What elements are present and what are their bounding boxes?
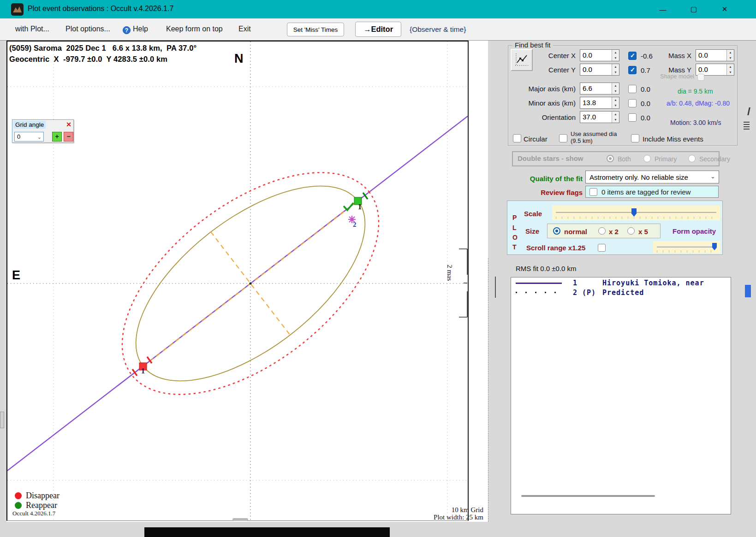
size-normal-label: normal bbox=[564, 228, 587, 236]
double-stars-both-radio[interactable] bbox=[607, 155, 614, 162]
observation-row-num[interactable]: 2 (P) bbox=[573, 289, 596, 297]
reappear-dot-icon bbox=[15, 502, 22, 509]
include-miss-checkbox[interactable] bbox=[631, 134, 639, 142]
plot-controls-box: P L O T Scale Size normal x 2 x 5 Form o… bbox=[507, 201, 723, 255]
legend-reappear: Reappear bbox=[15, 501, 57, 510]
size-x5-label: x 5 bbox=[638, 228, 648, 236]
help-icon: ? bbox=[123, 26, 131, 34]
minor-axis-input[interactable]: 13.8▲▼ bbox=[580, 97, 619, 109]
grid-angle-select[interactable]: 0⌄ bbox=[14, 132, 44, 142]
double-stars-primary-label: Primary bbox=[655, 155, 677, 163]
menubar: with Plot... Plot options... ?Help Keep … bbox=[0, 18, 756, 41]
mass-x-label: Mass X bbox=[662, 52, 691, 59]
orientation-input[interactable]: 37.0▲▼ bbox=[580, 111, 619, 123]
north-label: N bbox=[234, 52, 244, 66]
circular-checkbox[interactable] bbox=[513, 134, 521, 142]
window-edge-artifact bbox=[0, 412, 4, 428]
motion-label: Motion: 3.00 km/s bbox=[670, 119, 721, 126]
observations-listbox[interactable]: 1 Hiroyuki Tomioka, near 2 (P) Predicted bbox=[511, 277, 731, 514]
center-y-label: Center Y bbox=[524, 66, 576, 74]
window-title: Plot event observations : Occult v.4.202… bbox=[28, 5, 173, 13]
center-y-spinner[interactable]: ▲▼ bbox=[612, 64, 619, 75]
chord1-reappear-number: 1 bbox=[358, 203, 362, 211]
orientation-checkbox[interactable] bbox=[628, 113, 637, 122]
observation-row-name[interactable]: Predicted bbox=[602, 289, 644, 297]
diameter-label: dia = 9.5 km bbox=[678, 88, 713, 95]
splitter-dashed-line[interactable] bbox=[488, 258, 488, 522]
mass-x-spinner[interactable]: ▲▼ bbox=[726, 50, 734, 61]
legend-disappear: Disappear bbox=[15, 491, 60, 501]
plot-letter-l: L bbox=[512, 224, 517, 231]
center-x-input[interactable]: 0.0▲▼ bbox=[580, 49, 619, 61]
menu-keep-on-top[interactable]: Keep form on top bbox=[166, 25, 223, 33]
quality-select[interactable]: Astrometry only. No reliable size ⌄ bbox=[585, 171, 719, 183]
scale-slider[interactable] bbox=[552, 206, 720, 220]
center-y-checkbox[interactable] bbox=[628, 66, 637, 74]
use-assumed-checkbox[interactable] bbox=[559, 134, 567, 142]
titlebar: Plot event observations : Occult v.4.202… bbox=[0, 0, 756, 18]
center-x-label: Center X bbox=[524, 52, 576, 59]
observation-row-name[interactable]: Hiroyuki Tomioka, near bbox=[602, 279, 704, 287]
grid-angle-minus-button[interactable]: − bbox=[64, 132, 73, 142]
maximize-button[interactable]: ▢ bbox=[683, 0, 704, 18]
center-y-input[interactable]: 0.0▲▼ bbox=[580, 64, 619, 76]
include-miss-label: Include Miss events bbox=[643, 135, 703, 143]
grid-angle-title: Grid angle bbox=[13, 121, 46, 129]
double-stars-primary-radio[interactable] bbox=[643, 155, 651, 162]
opacity-slider-thumb[interactable] bbox=[712, 243, 717, 250]
shape-model-checkbox[interactable] bbox=[697, 74, 704, 81]
observation-row-num[interactable]: 1 bbox=[573, 279, 577, 287]
listbox-hscrollbar-thumb[interactable] bbox=[521, 495, 655, 497]
set-miss-times-button[interactable]: Set 'Miss' Times bbox=[287, 23, 344, 36]
minor-axis-spinner[interactable]: ▲▼ bbox=[612, 97, 619, 108]
size-label: Size bbox=[525, 227, 539, 235]
splitter-handle[interactable] bbox=[495, 277, 496, 298]
scale-bar-label: 2 mas bbox=[446, 265, 453, 302]
size-x5-radio[interactable] bbox=[627, 227, 635, 235]
close-button[interactable]: ✕ bbox=[714, 0, 735, 18]
center-x-spinner[interactable]: ▲▼ bbox=[612, 50, 619, 61]
grid-angle-close-icon[interactable]: ✕ bbox=[66, 121, 71, 128]
grid-angle-plus-button[interactable]: + bbox=[52, 132, 62, 142]
review-flags-field: 0 items are tagged for review bbox=[585, 186, 719, 198]
center-x-checkbox[interactable] bbox=[628, 52, 637, 60]
review-flags-checkbox[interactable] bbox=[589, 188, 597, 196]
size-x2-radio[interactable] bbox=[598, 227, 606, 235]
form-opacity-label: Form opacity bbox=[673, 227, 716, 235]
chevron-down-icon: ⌄ bbox=[37, 133, 42, 142]
menu-help[interactable]: ?Help bbox=[123, 25, 148, 34]
menu-plot-options[interactable]: Plot options... bbox=[65, 25, 110, 33]
orientation-uncertainty: 0.0 bbox=[641, 114, 650, 122]
editor-button[interactable]: →Editor bbox=[355, 22, 401, 37]
scroll-range-checkbox[interactable] bbox=[598, 244, 606, 252]
double-stars-secondary-radio[interactable] bbox=[688, 155, 696, 162]
mass-y-label: Mass Y bbox=[662, 66, 691, 74]
opacity-slider[interactable] bbox=[653, 241, 720, 253]
scale-label: Scale bbox=[524, 210, 542, 218]
window-edge-artifact bbox=[745, 285, 751, 297]
minor-axis-checkbox[interactable] bbox=[628, 99, 637, 107]
plot-hscrollbar-thumb[interactable] bbox=[232, 518, 248, 521]
plot-canvas bbox=[6, 41, 488, 522]
east-label: E bbox=[12, 268, 20, 283]
use-assumed-label: Use assumed dia (9.5 km) bbox=[571, 131, 619, 145]
quality-value: Astrometry only. No reliable size bbox=[589, 173, 688, 181]
background-window-bar bbox=[144, 527, 390, 537]
size-normal-radio[interactable] bbox=[553, 227, 560, 235]
app-window: Plot event observations : Occult v.4.202… bbox=[0, 0, 756, 537]
orientation-spinner[interactable]: ▲▼ bbox=[612, 112, 619, 123]
major-axis-input[interactable]: 6.6▲▼ bbox=[580, 83, 619, 94]
mass-y-spinner[interactable]: ▲▼ bbox=[726, 64, 734, 75]
chord2-dotted-swatch bbox=[516, 292, 557, 293]
double-stars-secondary-label: Secondary bbox=[699, 155, 730, 163]
mass-x-input[interactable]: 0.0▲▼ bbox=[696, 49, 734, 61]
scale-slider-thumb[interactable] bbox=[631, 208, 637, 217]
double-stars-title: Double stars - show bbox=[518, 154, 583, 162]
menu-exit[interactable]: Exit bbox=[238, 25, 251, 33]
plot-area[interactable]: (5059) Saroma 2025 Dec 1 6.6 x 13.8 km, … bbox=[6, 41, 488, 522]
minimize-button[interactable]: — bbox=[652, 0, 673, 18]
major-axis-checkbox[interactable] bbox=[628, 85, 637, 93]
major-axis-spinner[interactable]: ▲▼ bbox=[612, 83, 619, 94]
app-icon bbox=[11, 3, 24, 16]
menu-with-plot[interactable]: with Plot... bbox=[15, 25, 49, 33]
